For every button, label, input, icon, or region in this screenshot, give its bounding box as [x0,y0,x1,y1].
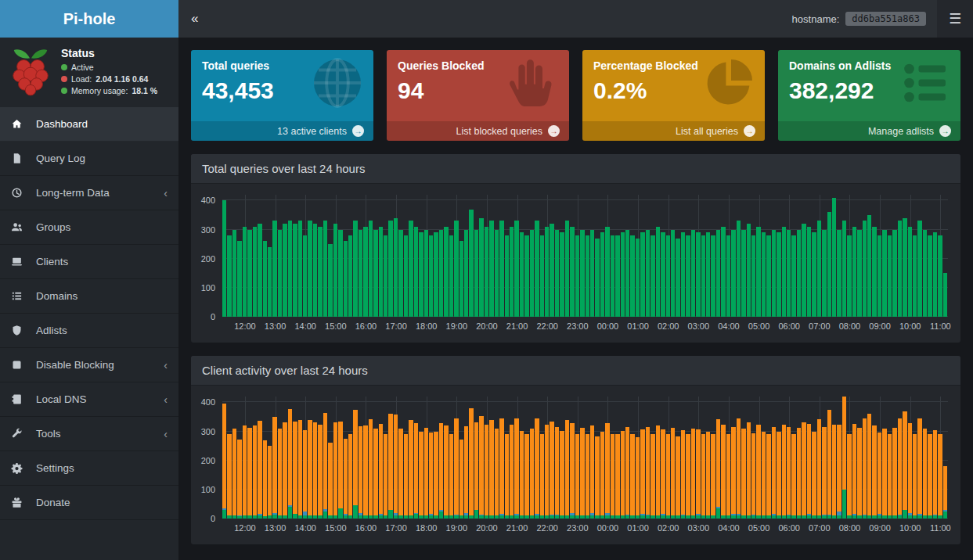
bar[interactable] [459,195,463,317]
bar[interactable] [721,195,725,317]
bar[interactable] [706,397,710,519]
bar[interactable] [701,397,705,519]
bar[interactable] [535,397,539,519]
card-footer-link[interactable]: List all queries→ [582,121,765,141]
bar[interactable] [777,195,780,317]
bar[interactable] [344,195,348,317]
bar[interactable] [485,195,488,317]
bar[interactable] [520,195,524,317]
bar[interactable] [565,397,569,519]
bar[interactable] [878,397,881,519]
bar[interactable] [530,195,534,317]
bar[interactable] [741,397,745,519]
bar[interactable] [917,195,921,317]
bar[interactable] [308,397,312,519]
bar[interactable] [243,397,247,519]
bar[interactable] [328,397,332,519]
bar[interactable] [499,397,503,519]
bar[interactable] [464,195,468,317]
bar[interactable] [737,397,741,519]
bar[interactable] [747,195,751,317]
bar[interactable] [650,397,654,519]
bar[interactable] [791,397,795,519]
bar[interactable] [409,195,413,317]
bar[interactable] [625,195,629,317]
bar[interactable] [419,397,423,519]
bar[interactable] [379,195,383,317]
bar[interactable] [762,397,766,519]
bar[interactable] [661,195,665,317]
bar[interactable] [268,397,272,519]
sidebar-item-domains[interactable]: Domains [0,279,178,314]
bar[interactable] [882,397,886,519]
bar[interactable] [258,195,261,317]
bar[interactable] [928,195,932,317]
bar[interactable] [731,397,735,519]
bar[interactable] [646,195,650,317]
bar[interactable] [913,397,917,519]
bar[interactable] [621,195,625,317]
bar[interactable] [595,397,599,519]
bar[interactable] [671,195,675,317]
bar[interactable] [359,195,362,317]
bar[interactable] [469,195,473,317]
bar[interactable] [444,195,448,317]
bar[interactable] [656,195,660,317]
bar[interactable] [802,397,805,519]
bar[interactable] [288,397,292,519]
bar[interactable] [333,195,337,317]
bar[interactable] [550,397,553,519]
bar[interactable] [388,397,392,519]
bar[interactable] [928,397,932,519]
bar[interactable] [514,397,518,519]
bar[interactable] [243,195,247,317]
bar[interactable] [263,397,267,519]
bar[interactable] [691,397,695,519]
bar[interactable] [253,195,257,317]
bar[interactable] [812,397,816,519]
bar[interactable] [384,397,387,519]
sidebar-item-settings[interactable]: Settings [0,451,178,486]
bar[interactable] [716,397,720,519]
bar[interactable] [847,397,851,519]
bar[interactable] [398,195,402,317]
bar[interactable] [807,195,811,317]
bar[interactable] [590,397,594,519]
bar[interactable] [898,397,902,519]
bar[interactable] [762,195,766,317]
bar[interactable] [630,397,634,519]
bar[interactable] [454,397,458,519]
bar[interactable] [611,397,614,519]
bar[interactable] [817,195,821,317]
bar[interactable] [359,397,362,519]
bar[interactable] [353,397,357,519]
bar[interactable] [222,397,226,519]
bar[interactable] [903,397,906,519]
bar[interactable] [842,397,846,519]
bar[interactable] [787,397,791,519]
bar[interactable] [807,397,811,519]
bar[interactable] [489,195,493,317]
bar[interactable] [555,397,559,519]
bar[interactable] [570,397,574,519]
bar[interactable] [495,397,499,519]
bar[interactable] [524,397,528,519]
bar[interactable] [313,195,317,317]
bar[interactable] [711,195,715,317]
bar[interactable] [540,397,544,519]
bar[interactable] [524,195,528,317]
bar[interactable] [237,195,241,317]
bar[interactable] [580,195,584,317]
bar[interactable] [661,397,665,519]
bar[interactable] [379,397,383,519]
bar[interactable] [575,195,579,317]
bar[interactable] [454,195,458,317]
bar[interactable] [827,195,831,317]
bar[interactable] [348,195,352,317]
bar[interactable] [308,195,312,317]
bar[interactable] [696,397,700,519]
bar[interactable] [298,195,302,317]
bar[interactable] [605,195,609,317]
sidebar-item-groups[interactable]: Groups [0,210,178,245]
bar[interactable] [520,397,524,519]
